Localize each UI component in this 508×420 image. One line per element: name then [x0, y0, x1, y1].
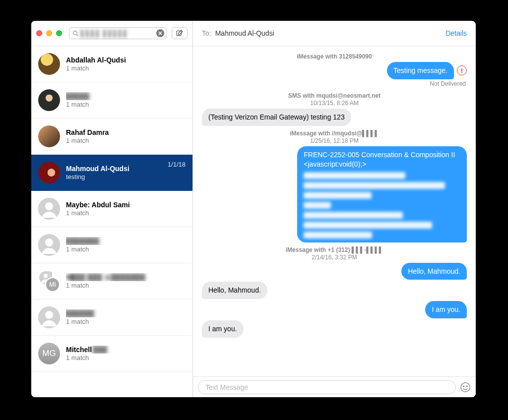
svg-point-6: [45, 202, 53, 210]
avatar: [38, 234, 60, 256]
composer: Text Message: [193, 376, 476, 397]
titlebar: ▌▌▌▌ ▌▌▌▌▌: [31, 21, 192, 46]
conversation-header: To: Mahmoud Al-Qudsi Details: [193, 21, 476, 46]
conversation-preview: 1 match: [66, 137, 186, 144]
svg-point-0: [73, 31, 77, 35]
details-button[interactable]: Details: [445, 29, 467, 37]
message-row: FRENC-2252-005 Conversation & Compositio…: [193, 145, 476, 243]
avatar: [38, 125, 60, 147]
close-window-button[interactable]: [36, 30, 42, 36]
incoming-message-bubble[interactable]: Hello, Mahmoud.: [202, 282, 267, 299]
conversation-name: ▌▌▌▌▌: [66, 92, 186, 100]
outgoing-message-bubble[interactable]: Hello, Mahmoud.: [401, 263, 467, 280]
avatar: MG: [38, 343, 60, 364]
incoming-message-bubble[interactable]: (Testing Verizon Email Gateway) testing …: [202, 109, 351, 126]
emoji-picker-button[interactable]: [460, 382, 471, 393]
message-input[interactable]: Text Message: [198, 380, 456, 394]
conversation-name: ▌▌▌▌▌▌: [66, 309, 186, 317]
conversation-preview: 1 match: [66, 209, 186, 217]
delivery-failed-icon[interactable]: !: [457, 65, 467, 75]
conversation-row[interactable]: ▌▌▌▌▌▌▌1 match: [31, 227, 192, 263]
clear-search-button[interactable]: [156, 29, 164, 37]
message-row: Testing message.!: [193, 61, 476, 80]
svg-point-13: [461, 382, 470, 391]
conversation-list: Abdallah Al-Qudsi1 match▌▌▌▌▌1 matchRaha…: [31, 46, 192, 397]
avatar: [38, 89, 60, 111]
message-input-placeholder: Text Message: [205, 383, 248, 391]
conversation-name: Mitchell ▌▌▌: [66, 346, 186, 354]
avatar: [38, 53, 60, 75]
thread-meta: SMS with mqudsi@neosmart.net10/13/15, 8:…: [193, 92, 476, 107]
conversation-name: Rahaf Damra: [66, 128, 186, 136]
messages-window: ▌▌▌▌ ▌▌▌▌▌ Abdallah Al-Qudsi1 match▌▌▌▌▌…: [31, 21, 476, 397]
outgoing-message-bubble[interactable]: I am you.: [425, 301, 467, 318]
conversation-view: To: Mahmoud Al-Qudsi Details iMessage wi…: [193, 21, 476, 397]
avatar: [38, 306, 60, 328]
conversation-row[interactable]: ▌▌▌▌▌▌1 match: [31, 300, 192, 336]
svg-point-10: [44, 274, 48, 278]
thread-meta: iMessage with //mqudsi@▌▌▌▌1/25/16, 12:1…: [193, 130, 476, 144]
message-row: Hello, Mahmoud.: [193, 281, 476, 300]
conversation-row[interactable]: MIM▌▌▌ ▌▌▌ & ▌▌▌▌▌▌▌1 match: [31, 263, 192, 300]
svg-line-1: [76, 34, 78, 36]
incoming-message-bubble[interactable]: I am you.: [202, 320, 244, 338]
conversation-name: Mahmoud Al-Qudsi: [66, 165, 162, 173]
conversation-preview: 1 match: [66, 318, 186, 325]
message-row: (Testing Verizon Email Gateway) testing …: [193, 108, 476, 127]
sidebar: ▌▌▌▌ ▌▌▌▌▌ Abdallah Al-Qudsi1 match▌▌▌▌▌…: [31, 21, 193, 397]
conversation-row[interactable]: Mahmoud Al-Qudsitesting1/1/18: [31, 155, 192, 191]
conversation-row[interactable]: Abdallah Al-Qudsi1 match: [31, 46, 192, 82]
avatar: [38, 162, 60, 183]
conversation-preview: 1 match: [66, 354, 186, 361]
zoom-window-button[interactable]: [56, 30, 62, 36]
svg-point-12: [45, 311, 53, 319]
message-row: Hello, Mahmoud.: [193, 262, 476, 281]
conversation-preview: 1 match: [66, 282, 186, 289]
compose-button[interactable]: [172, 27, 188, 39]
search-icon: [72, 30, 79, 37]
compose-icon: [176, 29, 184, 37]
svg-point-8: [45, 239, 53, 246]
svg-point-15: [466, 386, 467, 387]
to-label: To:: [202, 29, 211, 37]
conversation-row[interactable]: MGMitchell ▌▌▌1 match: [31, 336, 192, 372]
conversation-name: M▌▌▌ ▌▌▌ & ▌▌▌▌▌▌▌: [66, 273, 186, 281]
avatar: MI: [38, 270, 60, 292]
outgoing-message-bubble[interactable]: FRENC-2252-005 Conversation & Compositio…: [297, 146, 467, 242]
message-row: I am you.: [193, 319, 476, 339]
message-row: I am you.: [193, 300, 476, 319]
window-controls: [36, 30, 62, 36]
conversation-row[interactable]: Rahaf Damra1 match: [31, 119, 192, 155]
conversation-preview: 1 match: [66, 245, 186, 253]
search-value: ▌▌▌▌ ▌▌▌▌▌: [81, 30, 129, 37]
thread-meta: iMessage with 3128549090: [193, 53, 476, 60]
minimize-window-button[interactable]: [46, 30, 52, 36]
message-thread-scroll[interactable]: iMessage with 3128549090Testing message.…: [193, 46, 476, 376]
thread-meta: iMessage with +1 (312) ▌▌▌-▌▌▌▌2/14/16, …: [193, 246, 476, 261]
recipient-name: Mahmoud Al-Qudsi: [215, 29, 446, 37]
conversation-preview: 1 match: [66, 64, 186, 72]
conversation-row[interactable]: Maybe: Abdul Sami1 match: [31, 191, 192, 227]
delivery-status: Not Delivered: [202, 80, 467, 87]
conversation-name: Abdallah Al-Qudsi: [66, 56, 186, 64]
conversation-date: 1/1/18: [168, 161, 186, 168]
svg-point-14: [463, 386, 464, 387]
close-icon: [158, 31, 162, 35]
conversation-name: Maybe: Abdul Sami: [66, 201, 186, 209]
avatar: [38, 198, 60, 220]
conversation-name: ▌▌▌▌▌▌▌: [66, 237, 186, 245]
conversation-preview: testing: [66, 173, 162, 180]
message-thread: iMessage with 3128549090Testing message.…: [193, 46, 476, 376]
conversation-row[interactable]: ▌▌▌▌▌1 match: [31, 82, 192, 119]
conversation-preview: 1 match: [66, 101, 186, 108]
search-input[interactable]: ▌▌▌▌ ▌▌▌▌▌: [69, 27, 167, 39]
conversation-list-scroll[interactable]: Abdallah Al-Qudsi1 match▌▌▌▌▌1 matchRaha…: [31, 46, 192, 397]
outgoing-message-bubble[interactable]: Testing message.: [387, 62, 454, 79]
